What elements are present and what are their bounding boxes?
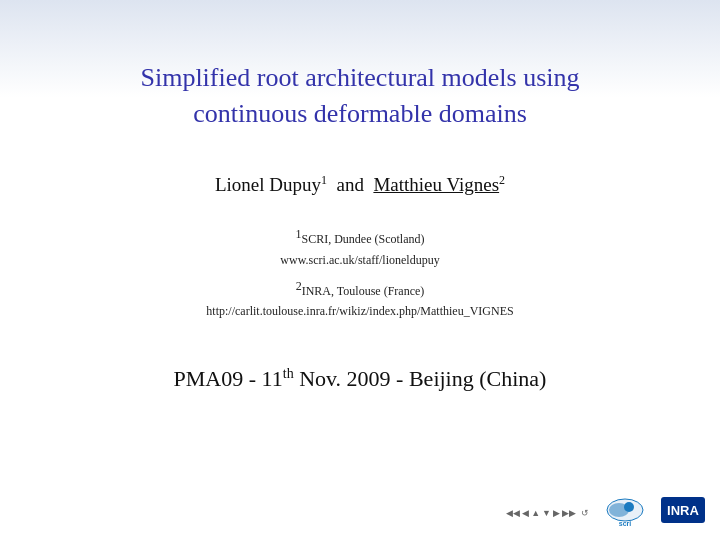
aff1-institution: SCRI, Dundee (Scotland) [302, 232, 425, 246]
connector-text: and [336, 174, 363, 195]
affiliation1: 1SCRI, Dundee (Scotland) www.scri.ac.uk/… [206, 224, 513, 270]
title-line2: continuous deformable domains [193, 99, 527, 128]
affiliation2: 2INRA, Toulouse (France) http://carlit.t… [206, 276, 513, 322]
author2-name: Matthieu Vignes [373, 174, 499, 195]
authors-line: Lionel Dupuy1 and Matthieu Vignes2 [215, 173, 505, 196]
conference-text-start: PMA09 - 11 [174, 366, 283, 391]
slide-title: Simplified root architectural models usi… [80, 60, 639, 133]
conference-sup: th [283, 366, 294, 381]
conference-info: PMA09 - 11th Nov. 2009 - Beijing (China) [174, 366, 547, 392]
slide-content: Simplified root architectural models usi… [0, 0, 720, 541]
author1-sup: 1 [321, 173, 327, 187]
author2-sup: 2 [499, 173, 505, 187]
aff1-url: www.scri.ac.uk/staff/lioneldupuy [280, 253, 439, 267]
conference-text-rest: Nov. 2009 - Beijing (China) [294, 366, 547, 391]
aff2-url: http://carlit.toulouse.inra.fr/wikiz/ind… [206, 304, 513, 318]
affiliations-block: 1SCRI, Dundee (Scotland) www.scri.ac.uk/… [206, 224, 513, 328]
aff2-institution: INRA, Toulouse (France) [302, 284, 425, 298]
author1-name: Lionel Dupuy [215, 174, 321, 195]
title-line1: Simplified root architectural models usi… [140, 63, 579, 92]
